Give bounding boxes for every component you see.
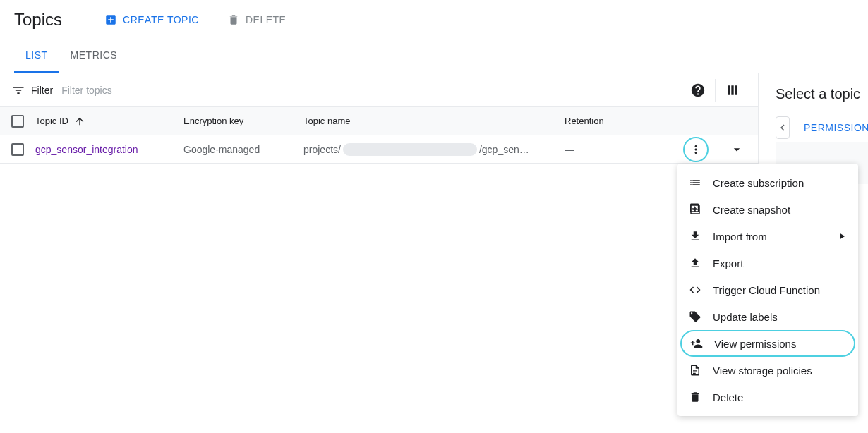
tab-list[interactable]: LIST — [14, 39, 59, 73]
topic-id-link[interactable]: gcp_sensor_integration — [35, 144, 138, 155]
filter-label: Filter — [31, 85, 53, 96]
upload-icon — [689, 257, 701, 269]
help-button[interactable] — [684, 76, 712, 104]
sort-arrow-icon — [74, 116, 85, 127]
trash-icon — [689, 391, 701, 403]
create-topic-button[interactable]: Create Topic — [104, 13, 199, 26]
menu-export[interactable]: Export — [677, 250, 858, 276]
expand-row-icon[interactable] — [730, 142, 744, 157]
delete-label: Delete — [246, 14, 286, 25]
redacted-project — [343, 143, 477, 156]
list-icon — [689, 176, 701, 189]
select-all-checkbox[interactable] — [11, 115, 24, 128]
table-row: gcp_sensor_integration Google-managed pr… — [0, 135, 758, 164]
filter-icon — [11, 83, 25, 97]
chevron-left-icon — [776, 121, 789, 134]
menu-delete[interactable]: Delete — [677, 384, 858, 410]
chevron-right-icon — [837, 231, 847, 241]
create-topic-label: Create Topic — [123, 14, 199, 25]
context-menu: Create subscription Create snapshot Impo… — [677, 164, 858, 416]
permissions-tab[interactable]: PERMISSIONS — [798, 114, 868, 142]
collapse-panel-button[interactable] — [776, 116, 790, 139]
col-header-topic-name[interactable]: Topic name — [303, 116, 565, 126]
columns-button[interactable] — [718, 76, 747, 104]
menu-import-from[interactable]: Import from — [677, 223, 858, 250]
row-checkbox[interactable] — [11, 143, 24, 156]
add-box-icon — [104, 13, 117, 26]
add-page-icon — [689, 203, 701, 216]
menu-trigger-function[interactable]: Trigger Cloud Function — [677, 276, 858, 303]
col-header-retention[interactable]: Retention — [565, 116, 656, 126]
divider — [715, 79, 716, 102]
page-title: Topics — [14, 10, 62, 30]
filter-bar: Filter — [0, 73, 758, 107]
topic-name-value: projects/ /gcp_sen… — [303, 143, 565, 156]
tab-bar: LIST METRICS — [0, 39, 868, 73]
help-icon — [690, 83, 706, 98]
col-header-encryption[interactable]: Encryption key — [183, 116, 303, 126]
delete-button[interactable]: Delete — [227, 13, 286, 26]
menu-view-permissions[interactable]: View permissions — [680, 330, 855, 357]
download-icon — [689, 230, 701, 243]
menu-create-subscription[interactable]: Create subscription — [677, 169, 858, 196]
filter-input[interactable] — [61, 85, 684, 96]
tab-metrics[interactable]: METRICS — [59, 39, 129, 73]
page-header: Topics Create Topic Delete — [0, 0, 868, 39]
more-vert-icon — [689, 143, 702, 156]
table-header: Topic ID Encryption key Topic name Reten… — [0, 107, 758, 135]
menu-storage-policies[interactable]: View storage policies — [677, 357, 858, 384]
trash-icon — [227, 13, 240, 26]
encryption-value: Google-managed — [183, 144, 303, 155]
code-icon — [689, 283, 701, 296]
retention-value: — — [565, 144, 656, 155]
more-actions-button[interactable] — [683, 137, 709, 162]
tag-icon — [689, 310, 701, 323]
col-header-topic-id[interactable]: Topic ID — [35, 116, 183, 127]
document-icon — [689, 364, 701, 377]
side-panel-title: Select a topic — [776, 86, 868, 102]
menu-create-snapshot[interactable]: Create snapshot — [677, 196, 858, 223]
menu-update-labels[interactable]: Update labels — [677, 303, 858, 330]
person-add-icon — [690, 337, 703, 350]
columns-icon — [725, 83, 740, 97]
